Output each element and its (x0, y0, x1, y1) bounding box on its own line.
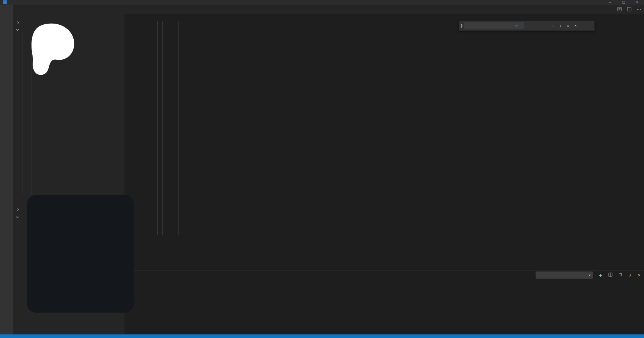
panel-controls: ∨ + ∧ × (536, 271, 640, 279)
editor-actions: ⋯ (617, 5, 641, 14)
whole-word-icon[interactable] (518, 25, 521, 26)
status-bar[interactable] (0, 334, 644, 338)
chevron-right-icon (16, 208, 19, 211)
previous-match-icon[interactable]: ↑ (549, 23, 557, 28)
find-widget: ❯ ↑ ↓ ≡ × (459, 21, 595, 31)
regex-icon[interactable] (521, 25, 523, 26)
vscode-window: ─ ▢ × (0, 0, 644, 338)
bottom-panel: ∨ + ∧ × (125, 270, 644, 335)
white-blob-overlay (20, 17, 80, 83)
new-terminal-icon[interactable]: + (599, 272, 602, 278)
chevron-down-icon (16, 215, 19, 218)
terminal-select[interactable]: ∨ (536, 271, 593, 279)
close-icon[interactable]: × (630, 0, 644, 5)
split-editor-icon[interactable] (627, 6, 631, 13)
next-match-icon[interactable]: ↓ (557, 23, 564, 28)
close-panel-icon[interactable]: × (638, 273, 640, 278)
chevron-right-icon (16, 21, 19, 24)
maximize-icon[interactable]: ▢ (617, 0, 630, 5)
window-controls: ─ ▢ × (603, 0, 644, 5)
code-editor[interactable]: ❯ ↑ ↓ ≡ × (125, 21, 644, 270)
split-terminal-icon[interactable] (608, 272, 613, 278)
network-sphere-overlay (27, 195, 134, 313)
tab-bar (125, 5, 644, 14)
chevron-down-icon (16, 28, 19, 30)
compare-changes-icon[interactable] (617, 6, 622, 13)
find-in-selection-icon[interactable]: ≡ (564, 23, 572, 28)
minimize-icon[interactable]: ─ (603, 0, 617, 5)
minimap[interactable] (595, 21, 639, 270)
title-bar: ─ ▢ × (0, 0, 644, 5)
breadcrumb[interactable] (125, 14, 644, 20)
activity-bar (0, 5, 13, 334)
kill-terminal-icon[interactable] (619, 272, 623, 278)
editor-group: ⋯ ❯ ↑ ↓ ≡ (125, 5, 644, 334)
match-case-icon[interactable] (515, 25, 518, 26)
close-icon[interactable]: × (572, 23, 579, 28)
vscode-logo-icon (3, 0, 7, 4)
maximize-panel-icon[interactable]: ∧ (629, 273, 631, 277)
toggle-replace-icon[interactable]: ❯ (459, 24, 464, 28)
find-input[interactable] (464, 22, 524, 29)
more-actions-icon[interactable]: ⋯ (636, 7, 641, 12)
